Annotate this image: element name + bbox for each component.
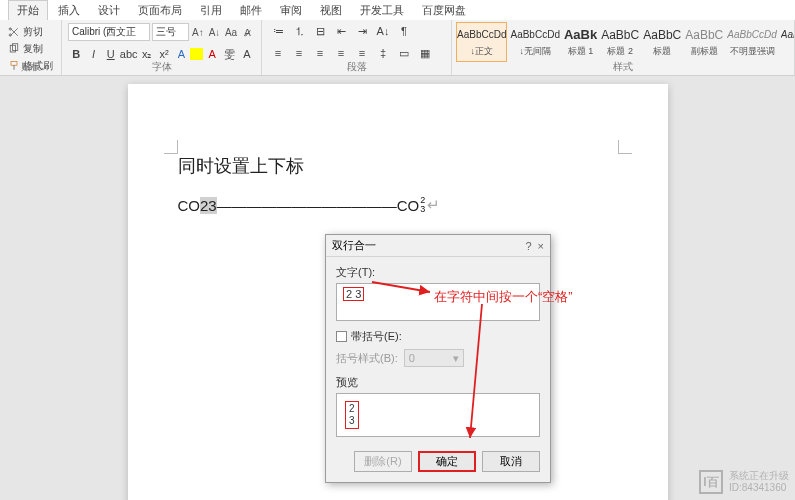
font-label: 字体 bbox=[62, 60, 261, 74]
multilevel-button[interactable]: ⊟ bbox=[310, 22, 330, 40]
watermark: I百 系统正在升级ID:84341360 bbox=[699, 470, 789, 494]
styles-group: AaBbCcDd↓正文 AaBbCcDd↓无间隔 AaBk标题 1 AaBbC标… bbox=[452, 20, 795, 75]
copy-button[interactable]: 复制 bbox=[6, 41, 55, 57]
close-button[interactable]: × bbox=[538, 240, 544, 252]
style-title[interactable]: AaBbC标题 bbox=[642, 22, 682, 62]
two-lines-dialog: 双行合一 ? × 文字(T): 2 3 带括号(E): 括号样式(B): 0▾ … bbox=[325, 234, 551, 483]
indent-inc-button[interactable]: ⇥ bbox=[352, 22, 372, 40]
style-subtitle[interactable]: AaBbC副标题 bbox=[684, 22, 724, 62]
style-emphasis[interactable]: AaBbCcDd强调 bbox=[780, 22, 795, 62]
copy-icon bbox=[8, 43, 20, 55]
input-value: 2 3 bbox=[343, 287, 364, 301]
text-label: 文字(T): bbox=[336, 265, 540, 280]
cancel-button[interactable]: 取消 bbox=[482, 451, 540, 472]
bullets-button[interactable]: ≔ bbox=[268, 22, 288, 40]
bracket-style-select: 0▾ bbox=[404, 349, 464, 367]
font-name-select[interactable]: Calibri (西文正 bbox=[68, 23, 150, 41]
annotation-text: 在字符中间按一个“空格” bbox=[434, 288, 573, 306]
tab-baidu[interactable]: 百度网盘 bbox=[414, 1, 474, 20]
margin-corner-icon bbox=[164, 140, 178, 154]
tab-home[interactable]: 开始 bbox=[8, 0, 48, 20]
clipboard-label: 贴板 bbox=[0, 60, 61, 74]
grow-font-button[interactable]: A↑ bbox=[191, 23, 206, 41]
dialog-titlebar[interactable]: 双行合一 ? × bbox=[326, 235, 550, 257]
tab-references[interactable]: 引用 bbox=[192, 1, 230, 20]
clipboard-group: 剪切 复制 格式刷 贴板 bbox=[0, 20, 62, 75]
font-group: Calibri (西文正 三号 A↑ A↓ Aa A̷ B I U abc x₂… bbox=[62, 20, 262, 75]
styles-label: 样式 bbox=[452, 60, 794, 74]
dialog-title: 双行合一 bbox=[332, 238, 376, 253]
ok-button[interactable]: 确定 bbox=[418, 451, 476, 472]
tab-developer[interactable]: 开发工具 bbox=[352, 1, 412, 20]
supsub: 23 bbox=[420, 196, 425, 214]
style-heading2[interactable]: AaBbC标题 2 bbox=[600, 22, 640, 62]
style-subtle-emphasis[interactable]: AaBbCcDd不明显强调 bbox=[726, 22, 777, 62]
ribbon: 剪切 复制 格式刷 贴板 Calibri (西文正 三号 A↑ A↓ Aa A̷… bbox=[0, 20, 795, 76]
paragraph-group: ≔ ⒈ ⊟ ⇤ ⇥ A↓ ¶ ≡ ≡ ≡ ≡ ≡ ‡ ▭ ▦ 段落 bbox=[262, 20, 452, 75]
show-marks-button[interactable]: ¶ bbox=[394, 22, 414, 40]
bracket-checkbox[interactable] bbox=[336, 331, 347, 342]
preview-box: 23 bbox=[336, 393, 540, 437]
svg-point-1 bbox=[9, 28, 11, 30]
paragraph-mark-icon: ↵ bbox=[427, 196, 440, 214]
ribbon-tabs: 开始 插入 设计 页面布局 引用 邮件 审阅 视图 开发工具 百度网盘 bbox=[0, 0, 795, 20]
paragraph-label: 段落 bbox=[262, 60, 451, 74]
shrink-font-button[interactable]: A↓ bbox=[207, 23, 222, 41]
change-case-button[interactable]: Aa bbox=[224, 23, 239, 41]
svg-point-0 bbox=[9, 34, 11, 36]
style-heading1[interactable]: AaBk标题 1 bbox=[563, 22, 598, 62]
doc-line: CO23————————————CO23↵ bbox=[178, 196, 618, 214]
tab-design[interactable]: 设计 bbox=[90, 1, 128, 20]
font-size-select[interactable]: 三号 bbox=[152, 23, 189, 41]
tab-mailings[interactable]: 邮件 bbox=[232, 1, 270, 20]
tab-layout[interactable]: 页面布局 bbox=[130, 1, 190, 20]
cut-button[interactable]: 剪切 bbox=[6, 24, 55, 40]
help-button[interactable]: ? bbox=[525, 240, 531, 252]
clear-format-button[interactable]: A̷ bbox=[240, 23, 255, 41]
preview-label: 预览 bbox=[336, 375, 540, 390]
bracket-label: 带括号(E): bbox=[351, 329, 402, 344]
numbering-button[interactable]: ⒈ bbox=[289, 22, 309, 40]
tab-review[interactable]: 审阅 bbox=[272, 1, 310, 20]
tab-view[interactable]: 视图 bbox=[312, 1, 350, 20]
watermark-logo-icon: I百 bbox=[699, 470, 723, 494]
indent-dec-button[interactable]: ⇤ bbox=[331, 22, 351, 40]
bracket-style-label: 括号样式(B): bbox=[336, 351, 398, 366]
margin-corner-icon bbox=[618, 140, 632, 154]
scissors-icon bbox=[8, 26, 20, 38]
delete-button: 删除(R) bbox=[354, 451, 412, 472]
doc-heading: 同时设置上下标 bbox=[178, 154, 618, 178]
sort-button[interactable]: A↓ bbox=[373, 22, 393, 40]
style-normal[interactable]: AaBbCcDd↓正文 bbox=[456, 22, 507, 62]
tab-insert[interactable]: 插入 bbox=[50, 1, 88, 20]
style-nospacing[interactable]: AaBbCcDd↓无间隔 bbox=[509, 22, 560, 62]
preview-stack: 23 bbox=[345, 401, 359, 429]
selected-text: 23 bbox=[200, 197, 217, 214]
chevron-down-icon: ▾ bbox=[453, 352, 459, 365]
highlight-button[interactable] bbox=[190, 48, 203, 60]
